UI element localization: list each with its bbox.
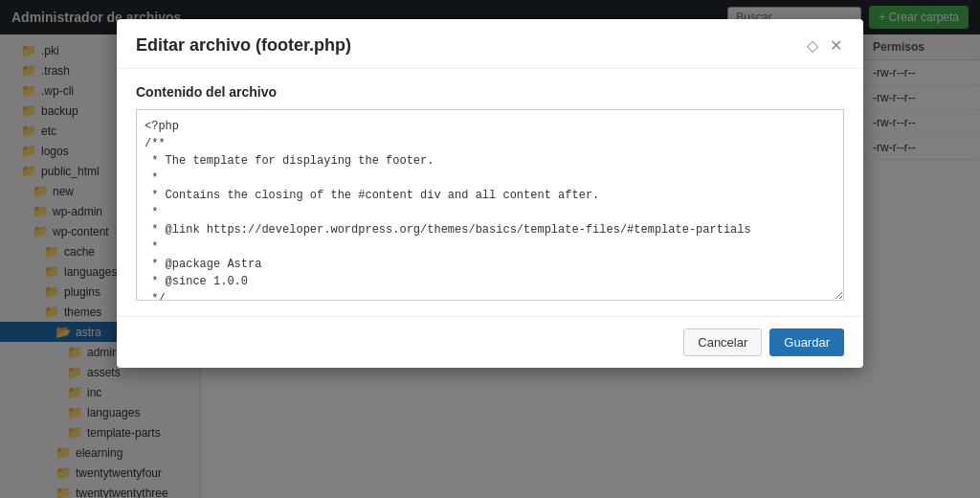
modal-body: Contenido del archivo <box>117 69 863 316</box>
modal-section-label: Contenido del archivo <box>136 84 844 100</box>
save-button[interactable]: Guardar <box>769 328 844 356</box>
modal-header: Editar archivo (footer.php) ◇ ✕ <box>117 19 863 69</box>
modal-title: Editar archivo (footer.php) <box>136 35 351 56</box>
modal-close-icon[interactable]: ✕ <box>828 34 844 57</box>
modal-header-icons: ◇ ✕ <box>805 34 844 57</box>
edit-file-modal: Editar archivo (footer.php) ◇ ✕ Contenid… <box>117 19 863 368</box>
code-editor[interactable] <box>136 109 844 301</box>
modal-diamond-icon[interactable]: ◇ <box>805 34 820 57</box>
cancel-button[interactable]: Cancelar <box>683 328 762 356</box>
modal-overlay[interactable]: Editar archivo (footer.php) ◇ ✕ Contenid… <box>0 0 980 498</box>
modal-footer: Cancelar Guardar <box>117 316 863 368</box>
